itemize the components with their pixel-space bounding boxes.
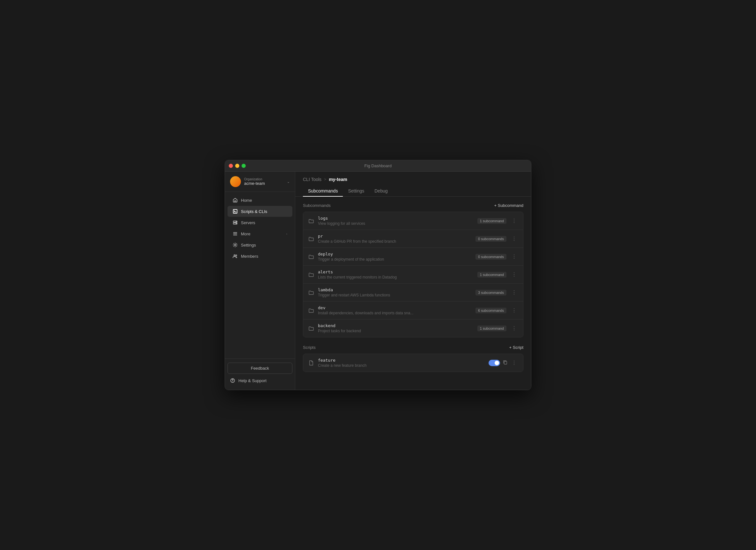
sidebar-nav: Home Scripts & CLIs Servers — [225, 192, 295, 359]
add-subcommand-button[interactable]: + Subcommand — [494, 203, 523, 208]
subcommand-info: pr Create a GitHub PR from the specified… — [318, 234, 472, 244]
subcommand-info: alerts Lists the current triggered monit… — [318, 269, 474, 280]
content-area: Subcommands + Subcommand logs View loggi… — [295, 197, 531, 390]
window-title: Fig Dashboard — [364, 163, 391, 168]
table-row[interactable]: deploy Trigger a deployment of the appli… — [303, 248, 523, 266]
sidebar-item-members[interactable]: Members — [228, 251, 292, 261]
subcommand-name: alerts — [318, 269, 474, 274]
subcommand-more-button[interactable]: ⋮ — [510, 306, 518, 315]
sidebar-item-settings[interactable]: Settings — [228, 239, 292, 250]
subcommand-info: backend Project tasks for backend — [318, 323, 474, 333]
org-section[interactable]: Organization acme-team ⌄ — [225, 172, 295, 192]
svg-rect-7 — [233, 235, 237, 235]
folder-icon — [308, 236, 314, 242]
breadcrumb-current: my-team — [329, 177, 347, 182]
tab-settings[interactable]: Settings — [343, 186, 369, 197]
subcommand-more-button[interactable]: ⋮ — [510, 252, 518, 261]
org-label: Organization — [244, 177, 284, 181]
folder-icon — [308, 326, 314, 331]
feedback-button[interactable]: Feedback — [228, 363, 292, 374]
svg-point-8 — [235, 244, 236, 246]
breadcrumb: CLI Tools > my-team — [295, 172, 531, 182]
close-button[interactable] — [229, 164, 233, 168]
sidebar-item-home[interactable]: Home — [228, 195, 292, 205]
table-row[interactable]: dev Install dependencies, downloads and … — [303, 302, 523, 320]
subcommand-desc: Project tasks for backend — [318, 329, 474, 333]
subcommand-more-button[interactable]: ⋮ — [510, 216, 518, 225]
app-window: Fig Dashboard Organization acme-team ⌄ H… — [225, 160, 531, 390]
subcommand-badge: 0 subcommands — [475, 254, 506, 259]
subcommand-info: deploy Trigger a deployment of the appli… — [318, 252, 472, 261]
main-content: CLI Tools > my-team Subcommands Settings… — [295, 172, 531, 390]
subcommands-header: Subcommands + Subcommand — [303, 203, 523, 208]
sidebar-item-more[interactable]: More › — [228, 228, 292, 239]
tab-subcommands[interactable]: Subcommands — [303, 186, 343, 197]
sidebar-bottom: Feedback Help & Support — [225, 359, 295, 390]
subcommands-section-title: Subcommands — [303, 203, 331, 208]
file-icon — [308, 360, 314, 366]
svg-rect-13 — [504, 361, 507, 364]
add-script-button[interactable]: + Script — [509, 345, 523, 350]
org-chevron-icon: ⌄ — [287, 180, 290, 184]
subcommand-desc: Lists the current triggered monitors in … — [318, 275, 474, 280]
more-icon — [233, 231, 238, 236]
breadcrumb-separator: > — [324, 177, 326, 182]
folder-icon — [308, 272, 314, 278]
svg-point-4 — [236, 223, 237, 224]
script-actions: ⋮ — [489, 359, 518, 367]
svg-point-3 — [236, 221, 237, 222]
table-row[interactable]: logs View logging for all services 1 sub… — [303, 212, 523, 230]
subcommand-name: lambda — [318, 288, 472, 292]
subcommand-name: backend — [318, 323, 474, 328]
folder-icon — [308, 308, 314, 314]
scripts-section-title: Scripts — [303, 345, 316, 350]
table-row[interactable]: backend Project tasks for backend 1 subc… — [303, 320, 523, 337]
subcommand-badge: 6 subcommands — [475, 308, 506, 314]
sidebar-item-label-settings: Settings — [241, 243, 256, 247]
subcommands-list: logs View logging for all services 1 sub… — [303, 212, 523, 337]
org-avatar — [230, 176, 241, 187]
table-row[interactable]: pr Create a GitHub PR from the specified… — [303, 230, 523, 248]
subcommand-badge: 1 subcommand — [477, 326, 506, 331]
svg-point-10 — [236, 255, 237, 256]
folder-icon — [308, 290, 314, 296]
scripts-list: feature Create a new feature branch ⋮ — [303, 354, 523, 372]
subcommand-more-button[interactable]: ⋮ — [510, 324, 518, 333]
more-chevron-icon: › — [286, 232, 287, 236]
script-name: feature — [318, 358, 485, 363]
list-item[interactable]: feature Create a new feature branch ⋮ — [303, 354, 523, 372]
sidebar-item-label-home: Home — [241, 198, 252, 203]
folder-icon — [308, 254, 314, 259]
help-support-item[interactable]: Help & Support — [228, 375, 292, 386]
sidebar-item-label-members: Members — [241, 254, 258, 259]
tab-debug[interactable]: Debug — [369, 186, 393, 197]
traffic-lights — [229, 164, 246, 168]
subcommand-more-button[interactable]: ⋮ — [510, 288, 518, 297]
maximize-button[interactable] — [242, 164, 246, 168]
table-row[interactable]: alerts Lists the current triggered monit… — [303, 266, 523, 284]
servers-icon — [233, 220, 238, 225]
sidebar-item-scripts-clis[interactable]: Scripts & CLIs — [228, 206, 292, 217]
subcommand-more-button[interactable]: ⋮ — [510, 234, 518, 243]
subcommand-name: dev — [318, 306, 472, 310]
script-info: feature Create a new feature branch — [318, 358, 485, 368]
subcommand-info: lambda Trigger and restart AWS Lambda fu… — [318, 288, 472, 298]
script-toggle[interactable] — [489, 360, 500, 366]
subcommand-more-button[interactable]: ⋮ — [510, 270, 518, 279]
sidebar-item-label-scripts: Scripts & CLIs — [241, 209, 267, 214]
svg-rect-0 — [233, 209, 237, 213]
org-name: acme-team — [244, 181, 284, 186]
script-desc: Create a new feature branch — [318, 363, 485, 368]
svg-point-12 — [232, 381, 233, 382]
minimize-button[interactable] — [235, 164, 239, 168]
subcommand-badge: 1 subcommand — [477, 272, 506, 278]
table-row[interactable]: lambda Trigger and restart AWS Lambda fu… — [303, 284, 523, 302]
subcommand-name: deploy — [318, 252, 472, 256]
home-icon — [233, 197, 238, 203]
script-more-button[interactable]: ⋮ — [510, 359, 518, 367]
sidebar-item-servers[interactable]: Servers — [228, 217, 292, 228]
breadcrumb-parent: CLI Tools — [303, 177, 321, 182]
scripts-header: Scripts + Script — [303, 345, 523, 350]
copy-icon[interactable] — [503, 360, 508, 366]
sidebar-item-label-servers: Servers — [241, 220, 255, 225]
